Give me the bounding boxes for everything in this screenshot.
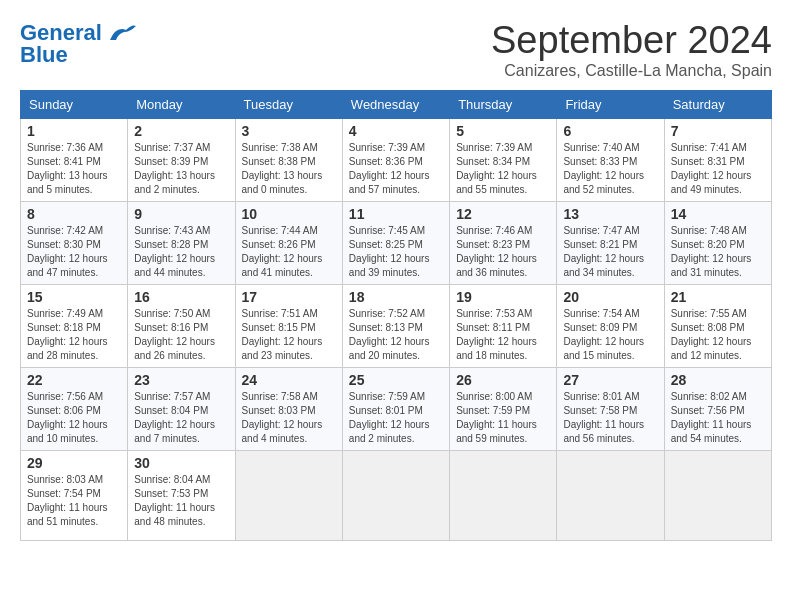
calendar-cell	[235, 450, 342, 540]
day-number: 30	[134, 455, 228, 471]
day-number: 14	[671, 206, 765, 222]
calendar-cell: 11Sunrise: 7:45 AMSunset: 8:25 PMDayligh…	[342, 201, 449, 284]
calendar-cell: 28Sunrise: 8:02 AMSunset: 7:56 PMDayligh…	[664, 367, 771, 450]
day-number: 2	[134, 123, 228, 139]
calendar-cell	[342, 450, 449, 540]
calendar-week-2: 8Sunrise: 7:42 AMSunset: 8:30 PMDaylight…	[21, 201, 772, 284]
calendar-week-1: 1Sunrise: 7:36 AMSunset: 8:41 PMDaylight…	[21, 118, 772, 201]
day-number: 15	[27, 289, 121, 305]
day-number: 27	[563, 372, 657, 388]
logo-blue: Blue	[20, 42, 68, 68]
day-info: Sunrise: 7:51 AMSunset: 8:15 PMDaylight:…	[242, 307, 336, 363]
calendar-cell: 3Sunrise: 7:38 AMSunset: 8:38 PMDaylight…	[235, 118, 342, 201]
calendar-header-tuesday: Tuesday	[235, 90, 342, 118]
day-info: Sunrise: 8:02 AMSunset: 7:56 PMDaylight:…	[671, 390, 765, 446]
calendar-cell	[557, 450, 664, 540]
day-number: 29	[27, 455, 121, 471]
day-number: 8	[27, 206, 121, 222]
day-info: Sunrise: 7:37 AMSunset: 8:39 PMDaylight:…	[134, 141, 228, 197]
day-number: 23	[134, 372, 228, 388]
calendar-cell: 12Sunrise: 7:46 AMSunset: 8:23 PMDayligh…	[450, 201, 557, 284]
day-info: Sunrise: 7:57 AMSunset: 8:04 PMDaylight:…	[134, 390, 228, 446]
day-number: 4	[349, 123, 443, 139]
day-number: 5	[456, 123, 550, 139]
calendar-week-5: 29Sunrise: 8:03 AMSunset: 7:54 PMDayligh…	[21, 450, 772, 540]
day-info: Sunrise: 8:04 AMSunset: 7:53 PMDaylight:…	[134, 473, 228, 529]
day-number: 18	[349, 289, 443, 305]
calendar-cell: 1Sunrise: 7:36 AMSunset: 8:41 PMDaylight…	[21, 118, 128, 201]
day-number: 17	[242, 289, 336, 305]
day-info: Sunrise: 7:44 AMSunset: 8:26 PMDaylight:…	[242, 224, 336, 280]
day-info: Sunrise: 7:39 AMSunset: 8:36 PMDaylight:…	[349, 141, 443, 197]
day-info: Sunrise: 7:54 AMSunset: 8:09 PMDaylight:…	[563, 307, 657, 363]
day-info: Sunrise: 7:59 AMSunset: 8:01 PMDaylight:…	[349, 390, 443, 446]
calendar-cell: 8Sunrise: 7:42 AMSunset: 8:30 PMDaylight…	[21, 201, 128, 284]
day-number: 7	[671, 123, 765, 139]
day-number: 16	[134, 289, 228, 305]
calendar-cell: 22Sunrise: 7:56 AMSunset: 8:06 PMDayligh…	[21, 367, 128, 450]
calendar-table: SundayMondayTuesdayWednesdayThursdayFrid…	[20, 90, 772, 541]
calendar-cell: 25Sunrise: 7:59 AMSunset: 8:01 PMDayligh…	[342, 367, 449, 450]
calendar-cell: 16Sunrise: 7:50 AMSunset: 8:16 PMDayligh…	[128, 284, 235, 367]
day-info: Sunrise: 7:38 AMSunset: 8:38 PMDaylight:…	[242, 141, 336, 197]
day-info: Sunrise: 7:46 AMSunset: 8:23 PMDaylight:…	[456, 224, 550, 280]
day-number: 10	[242, 206, 336, 222]
calendar-cell	[450, 450, 557, 540]
day-info: Sunrise: 7:47 AMSunset: 8:21 PMDaylight:…	[563, 224, 657, 280]
calendar-cell: 13Sunrise: 7:47 AMSunset: 8:21 PMDayligh…	[557, 201, 664, 284]
calendar-cell: 14Sunrise: 7:48 AMSunset: 8:20 PMDayligh…	[664, 201, 771, 284]
day-number: 13	[563, 206, 657, 222]
day-info: Sunrise: 8:00 AMSunset: 7:59 PMDaylight:…	[456, 390, 550, 446]
title-area: September 2024 Canizares, Castille-La Ma…	[491, 20, 772, 80]
day-info: Sunrise: 7:39 AMSunset: 8:34 PMDaylight:…	[456, 141, 550, 197]
calendar-cell: 18Sunrise: 7:52 AMSunset: 8:13 PMDayligh…	[342, 284, 449, 367]
calendar-cell	[664, 450, 771, 540]
calendar-header-saturday: Saturday	[664, 90, 771, 118]
day-number: 25	[349, 372, 443, 388]
day-info: Sunrise: 7:50 AMSunset: 8:16 PMDaylight:…	[134, 307, 228, 363]
day-info: Sunrise: 7:43 AMSunset: 8:28 PMDaylight:…	[134, 224, 228, 280]
calendar-cell: 24Sunrise: 7:58 AMSunset: 8:03 PMDayligh…	[235, 367, 342, 450]
day-number: 26	[456, 372, 550, 388]
day-info: Sunrise: 7:52 AMSunset: 8:13 PMDaylight:…	[349, 307, 443, 363]
day-info: Sunrise: 7:42 AMSunset: 8:30 PMDaylight:…	[27, 224, 121, 280]
calendar-cell: 27Sunrise: 8:01 AMSunset: 7:58 PMDayligh…	[557, 367, 664, 450]
calendar-header-sunday: Sunday	[21, 90, 128, 118]
day-number: 3	[242, 123, 336, 139]
calendar-cell: 29Sunrise: 8:03 AMSunset: 7:54 PMDayligh…	[21, 450, 128, 540]
day-info: Sunrise: 8:03 AMSunset: 7:54 PMDaylight:…	[27, 473, 121, 529]
calendar-body: 1Sunrise: 7:36 AMSunset: 8:41 PMDaylight…	[21, 118, 772, 540]
day-number: 9	[134, 206, 228, 222]
day-info: Sunrise: 7:40 AMSunset: 8:33 PMDaylight:…	[563, 141, 657, 197]
day-info: Sunrise: 7:56 AMSunset: 8:06 PMDaylight:…	[27, 390, 121, 446]
calendar-cell: 15Sunrise: 7:49 AMSunset: 8:18 PMDayligh…	[21, 284, 128, 367]
calendar-cell: 20Sunrise: 7:54 AMSunset: 8:09 PMDayligh…	[557, 284, 664, 367]
day-number: 20	[563, 289, 657, 305]
day-number: 28	[671, 372, 765, 388]
calendar-header-friday: Friday	[557, 90, 664, 118]
day-number: 24	[242, 372, 336, 388]
day-info: Sunrise: 8:01 AMSunset: 7:58 PMDaylight:…	[563, 390, 657, 446]
calendar-cell: 9Sunrise: 7:43 AMSunset: 8:28 PMDaylight…	[128, 201, 235, 284]
calendar-cell: 21Sunrise: 7:55 AMSunset: 8:08 PMDayligh…	[664, 284, 771, 367]
calendar-cell: 17Sunrise: 7:51 AMSunset: 8:15 PMDayligh…	[235, 284, 342, 367]
day-number: 6	[563, 123, 657, 139]
month-title: September 2024	[491, 20, 772, 62]
calendar-week-4: 22Sunrise: 7:56 AMSunset: 8:06 PMDayligh…	[21, 367, 772, 450]
day-number: 21	[671, 289, 765, 305]
calendar-cell: 30Sunrise: 8:04 AMSunset: 7:53 PMDayligh…	[128, 450, 235, 540]
day-number: 11	[349, 206, 443, 222]
calendar-cell: 23Sunrise: 7:57 AMSunset: 8:04 PMDayligh…	[128, 367, 235, 450]
page-header: General Blue September 2024 Canizares, C…	[20, 20, 772, 80]
day-number: 19	[456, 289, 550, 305]
day-info: Sunrise: 7:48 AMSunset: 8:20 PMDaylight:…	[671, 224, 765, 280]
calendar-cell: 6Sunrise: 7:40 AMSunset: 8:33 PMDaylight…	[557, 118, 664, 201]
logo: General Blue	[20, 20, 138, 68]
calendar-cell: 5Sunrise: 7:39 AMSunset: 8:34 PMDaylight…	[450, 118, 557, 201]
day-info: Sunrise: 7:55 AMSunset: 8:08 PMDaylight:…	[671, 307, 765, 363]
location-subtitle: Canizares, Castille-La Mancha, Spain	[491, 62, 772, 80]
calendar-week-3: 15Sunrise: 7:49 AMSunset: 8:18 PMDayligh…	[21, 284, 772, 367]
calendar-cell: 4Sunrise: 7:39 AMSunset: 8:36 PMDaylight…	[342, 118, 449, 201]
day-number: 22	[27, 372, 121, 388]
day-info: Sunrise: 7:53 AMSunset: 8:11 PMDaylight:…	[456, 307, 550, 363]
